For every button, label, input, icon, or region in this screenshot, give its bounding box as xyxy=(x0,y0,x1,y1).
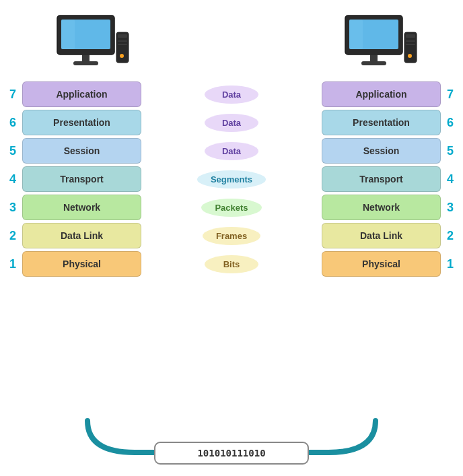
data-label-2: Data xyxy=(205,142,258,160)
data-label-container-2: Data xyxy=(205,138,258,164)
data-label-container-0: Data xyxy=(205,81,258,107)
sender-layer-row-transport: 4Transport xyxy=(7,166,141,192)
data-labels-column: DataDataDataSegmentsPacketsFramesBits xyxy=(141,81,322,277)
svg-point-7 xyxy=(120,54,124,58)
layer-number-3: 3 xyxy=(7,201,19,215)
receiver-layer-number-3: 3 xyxy=(444,201,456,215)
svg-rect-19 xyxy=(406,44,415,45)
data-label-1: Data xyxy=(205,114,258,132)
receiver-computer-icon xyxy=(332,12,419,76)
receiver-layer-box-physical: Physical xyxy=(322,251,441,277)
sender-layer-row-application: 7Application xyxy=(7,81,141,107)
svg-rect-9 xyxy=(118,44,127,45)
receiver-layer-number-5: 5 xyxy=(444,144,456,158)
data-label-4: Packets xyxy=(201,199,261,217)
receiver-layer-row-data-link: 2Data Link xyxy=(322,223,456,248)
sender-layer-row-presentation: 6Presentation xyxy=(7,110,141,135)
layers-section: 7Application6Presentation5Session4Transp… xyxy=(0,76,463,277)
receiver-layer-box-presentation: Presentation xyxy=(322,110,441,135)
receiver-layer-number-4: 4 xyxy=(444,172,456,186)
receiver-layer-stack: 7Application6Presentation5Session4Transp… xyxy=(322,81,456,277)
layer-number-1: 1 xyxy=(7,257,19,271)
svg-rect-12 xyxy=(349,20,363,49)
data-label-3: Segments xyxy=(197,170,266,189)
receiver-layer-number-2: 2 xyxy=(444,229,456,243)
svg-rect-3 xyxy=(82,55,90,61)
sender-computer-icon xyxy=(44,12,131,76)
receiver-layer-box-network: Network xyxy=(322,195,441,220)
sender-layer-box-data-link: Data Link xyxy=(22,223,141,248)
receiver-layer-number-1: 1 xyxy=(444,257,456,271)
receiver-computer xyxy=(308,12,443,76)
svg-rect-16 xyxy=(406,34,415,38)
data-label-container-6: Bits xyxy=(205,251,258,277)
receiver-layer-number-7: 7 xyxy=(444,88,456,102)
layer-number-7: 7 xyxy=(7,88,19,102)
cable-svg: 101010111010 xyxy=(0,415,463,476)
data-label-5: Frames xyxy=(203,227,260,245)
receiver-layer-row-network: 3Network xyxy=(322,195,456,220)
data-label-container-1: Data xyxy=(205,110,258,135)
receiver-layer-box-data-link: Data Link xyxy=(322,223,441,248)
data-label-0: Data xyxy=(205,86,258,104)
data-label-container-3: Segments xyxy=(197,166,266,192)
svg-point-17 xyxy=(408,54,412,58)
receiver-layer-row-session: 5Session xyxy=(322,138,456,164)
data-label-6: Bits xyxy=(205,255,258,273)
layer-number-5: 5 xyxy=(7,144,19,158)
receiver-layer-box-session: Session xyxy=(322,138,441,164)
data-label-container-5: Frames xyxy=(203,223,260,248)
receiver-layer-box-transport: Transport xyxy=(322,166,441,192)
sender-layer-stack: 7Application6Presentation5Session4Transp… xyxy=(7,81,141,277)
svg-rect-4 xyxy=(73,61,98,65)
headers xyxy=(0,0,463,7)
sender-computer xyxy=(20,12,155,76)
sender-layer-box-network: Network xyxy=(22,195,141,220)
receiver-layer-row-transport: 4Transport xyxy=(322,166,456,192)
svg-rect-6 xyxy=(118,34,127,38)
svg-rect-18 xyxy=(406,40,415,42)
sender-layer-box-application: Application xyxy=(22,81,141,107)
svg-rect-8 xyxy=(118,40,127,42)
sender-layer-box-transport: Transport xyxy=(22,166,141,192)
sender-layer-row-network: 3Network xyxy=(7,195,141,220)
layer-number-2: 2 xyxy=(7,229,19,243)
computers-row xyxy=(0,7,463,76)
svg-rect-13 xyxy=(370,55,378,61)
sender-layer-box-session: Session xyxy=(22,138,141,164)
data-label-container-4: Packets xyxy=(201,195,261,220)
receiver-layer-number-6: 6 xyxy=(444,116,456,130)
layer-number-4: 4 xyxy=(7,172,19,186)
cable-area: 101010111010 xyxy=(0,415,463,476)
sender-layer-row-session: 5Session xyxy=(7,138,141,164)
receiver-layer-row-application: 7Application xyxy=(322,81,456,107)
receiver-layer-row-physical: 1Physical xyxy=(322,251,456,277)
sender-layer-row-physical: 1Physical xyxy=(7,251,141,277)
layer-number-6: 6 xyxy=(7,116,19,130)
page-container: 7Application6Presentation5Session4Transp… xyxy=(0,0,463,476)
sender-layer-box-presentation: Presentation xyxy=(22,110,141,135)
svg-text:101010111010: 101010111010 xyxy=(197,448,265,458)
receiver-layer-box-application: Application xyxy=(322,81,441,107)
receiver-layer-row-presentation: 6Presentation xyxy=(322,110,456,135)
sender-layer-row-data-link: 2Data Link xyxy=(7,223,141,248)
svg-rect-2 xyxy=(61,20,75,49)
svg-rect-14 xyxy=(361,61,386,65)
sender-layer-box-physical: Physical xyxy=(22,251,141,277)
